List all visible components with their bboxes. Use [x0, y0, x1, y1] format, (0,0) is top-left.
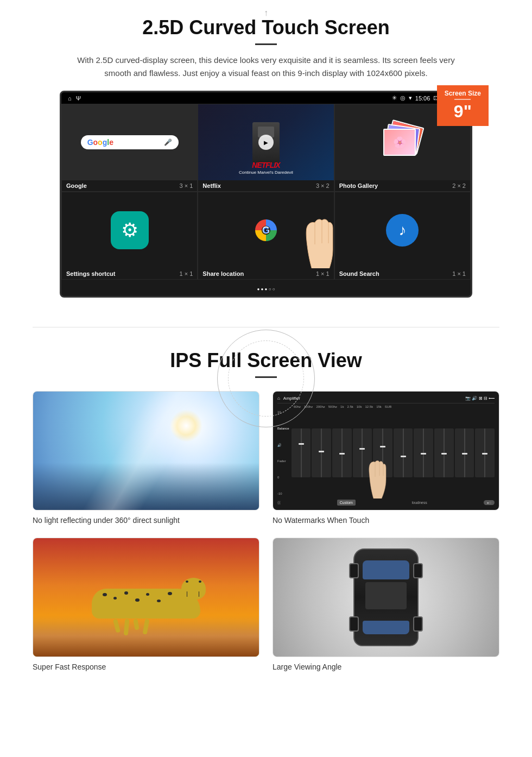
netflix-play-button[interactable]: ▶ [258, 135, 274, 150]
screen-size-badge: Screen Size 9" [437, 85, 489, 126]
cheetah-body [92, 589, 200, 619]
sunlight-label: No light reflecting under 360° direct su… [33, 516, 259, 525]
sound-app-size: 1 × 1 [452, 270, 466, 277]
section1-description: With 2.5D curved-display screen, this de… [76, 54, 456, 80]
usb-icon: Ψ [76, 95, 81, 102]
car-wheel-fl [349, 563, 359, 578]
amplifier-image: ⌂ Amplifier 📷 🔊 ⊠ ⊟ ⟵ 60hz100hz200hz500h… [273, 391, 499, 510]
settings-gear-icon: ⚙ [121, 219, 138, 242]
section-curved-touch: 2.5D Curved Touch Screen With 2.5D curve… [0, 0, 532, 311]
sound-app-inner: ♪ [335, 192, 470, 268]
location-icon: ◎ [400, 94, 406, 102]
app-cell-share[interactable]: G [198, 192, 334, 280]
badge-divider [454, 99, 471, 100]
netflix-overlay: NETFLIX Continue Marvel's Daredevil [202, 161, 329, 175]
amp-slider-1[interactable] [292, 428, 311, 477]
amp-slider-9[interactable] [455, 428, 474, 477]
car-wheel-rr [413, 616, 423, 632]
google-logo: Google [87, 138, 113, 147]
amp-slider-7[interactable] [414, 428, 433, 477]
amp-slider-8[interactable] [434, 428, 454, 477]
amp-toggle[interactable]: ●○ [484, 500, 495, 505]
sound-app-name: Sound Search [339, 270, 379, 277]
car-top-view [353, 548, 419, 646]
google-app-name: Google [66, 182, 87, 189]
pagination-dots: ● ● ● ○ ○ [61, 280, 471, 296]
sunlight-image [33, 391, 259, 510]
amp-freq-labels: 60hz100hz200hz500hz 1k2.5k10k 12.5k15kSU… [277, 403, 495, 408]
photo-card-3: 🌸 [383, 129, 416, 156]
share-label-row: Share location 1 × 1 [198, 268, 333, 279]
feature-cheetah: Super Fast Response [33, 538, 259, 671]
status-bar: ⌂ Ψ ✳ ◎ ▾ 15:06 ⊡ ◁) ⊠ ⊟ [61, 92, 471, 104]
amp-sliders-area: 10 Balance 🔊 Fader 0 -10 [277, 408, 495, 497]
app-cell-netflix[interactable]: ▶ NETFLIX Continue Marvel's Daredevil Ne… [198, 104, 334, 192]
watermark-label: No Watermarks When Touch [273, 516, 499, 525]
car-label: Large Viewing Angle [273, 663, 499, 671]
google-app-size: 3 × 1 [180, 182, 193, 189]
gallery-app-size: 2 × 2 [452, 182, 466, 189]
amp-custom-btn[interactable]: Custom [337, 500, 356, 506]
car-wheel-rl [349, 616, 359, 632]
google-label-row: Google 3 × 1 [62, 180, 197, 191]
app-cell-sound[interactable]: ♪ Sound Search 1 × 1 [334, 192, 471, 280]
share-app-size: 1 × 1 [316, 270, 330, 277]
touch-hand-icon [296, 217, 334, 268]
badge-label: Screen Size [445, 90, 481, 97]
g-letter: G [255, 219, 277, 241]
amp-touch-hand [363, 460, 390, 501]
app-cell-google[interactable]: Google 🎤 Google 3 × 1 [61, 104, 198, 192]
section-divider [33, 327, 499, 327]
device-screen: ⌂ Ψ ✳ ◎ ▾ 15:06 ⊡ ◁) ⊠ ⊟ [60, 91, 472, 298]
amp-icons: 📷 🔊 ⊠ ⊟ ⟵ [465, 396, 495, 401]
features-grid: No light reflecting under 360° direct su… [33, 391, 499, 671]
feature-watermark: ⌂ Amplifier 📷 🔊 ⊠ ⊟ ⟵ 60hz100hz200hz500h… [273, 391, 499, 525]
settings-app-name: Settings shortcut [66, 270, 115, 277]
gallery-label-row: Photo Gallery 2 × 2 [335, 180, 470, 191]
app-grid-row2: ⚙ Settings shortcut 1 × 1 [61, 192, 471, 280]
feature-car: ↑ Large Viewing Angle [273, 538, 499, 671]
amp-back-btn[interactable]: ⟨⟨ [277, 501, 281, 505]
netflix-app-name: Netflix [202, 182, 221, 189]
app-grid-row1: Google 🎤 Google 3 × 1 [61, 104, 471, 192]
gallery-app-name: Photo Gallery [339, 182, 378, 189]
netflix-label-row: Netflix 3 × 2 [198, 180, 333, 191]
status-left: ⌂ Ψ [68, 95, 81, 102]
google-search-bar[interactable]: Google 🎤 [81, 135, 179, 149]
cheetah-visual [33, 538, 259, 657]
cheetah-image [33, 538, 259, 657]
car-roof [365, 582, 407, 609]
cheetah-legs [115, 619, 148, 635]
device-mockup: Screen Size 9" ⌂ Ψ ✳ ◎ ▾ 15:06 ⊡ ◁) ⊠ [54, 91, 478, 298]
netflix-subtitle: Continue Marvel's Daredevil [202, 170, 329, 175]
google-app-inner: Google 🎤 [62, 104, 197, 180]
settings-icon-wrap: ⚙ [111, 211, 149, 249]
car-rear-window [363, 621, 409, 634]
settings-app-inner: ⚙ [62, 192, 197, 268]
sound-search-icon: ♪ [386, 214, 419, 247]
title-divider-1 [255, 43, 277, 45]
car-image: ↑ [273, 538, 499, 657]
amp-slider-6[interactable] [394, 428, 413, 477]
settings-app-size: 1 × 1 [180, 270, 193, 277]
share-g-icon: G [255, 219, 277, 241]
car-wheel-fr [413, 563, 423, 578]
amplifier-visual: ⌂ Amplifier 📷 🔊 ⊠ ⊟ ⟵ 60hz100hz200hz500h… [273, 392, 499, 510]
netflix-app-inner: ▶ NETFLIX Continue Marvel's Daredevil [198, 104, 333, 180]
amp-slider-group [292, 411, 495, 495]
sound-label-row: Sound Search 1 × 1 [335, 268, 470, 279]
amp-loudness-label: loudness [412, 501, 427, 504]
status-time: 15:06 [415, 95, 430, 102]
section-ips: IPS Full Screen View No light reflecting… [0, 344, 532, 687]
section1-title: 2.5D Curved Touch Screen [33, 16, 499, 39]
photo-stack: 🌸 [381, 121, 424, 164]
amp-slider-10[interactable] [475, 428, 495, 477]
badge-size: 9" [445, 102, 481, 122]
amp-slider-3[interactable] [332, 428, 352, 477]
share-app-name: Share location [202, 270, 244, 277]
app-cell-settings[interactable]: ⚙ Settings shortcut 1 × 1 [61, 192, 198, 280]
mic-icon: 🎤 [164, 138, 172, 146]
amp-slider-2[interactable] [312, 428, 331, 477]
wifi-icon: ▾ [409, 94, 412, 102]
car-visual: ↑ [273, 538, 499, 657]
